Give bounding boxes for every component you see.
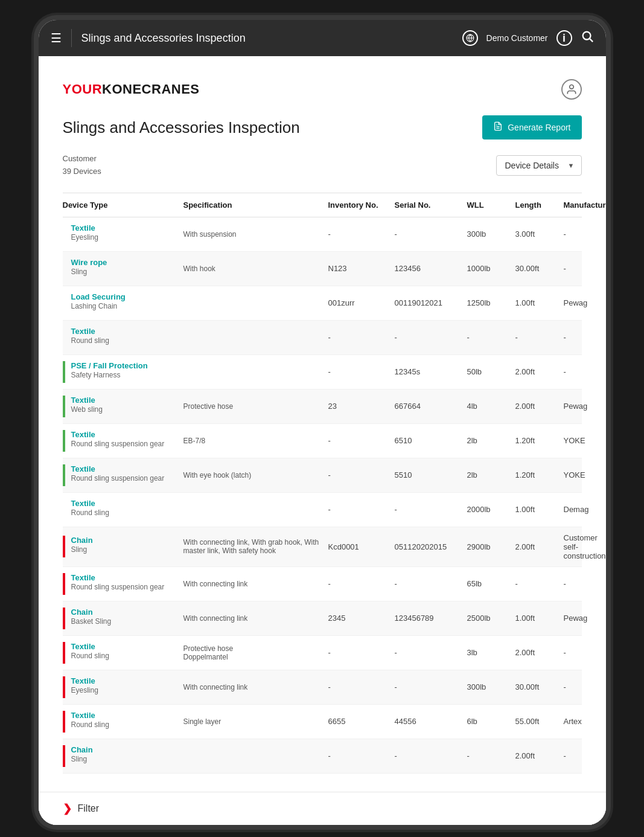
table-row[interactable]: Textile Round sling Protective hose Dopp… xyxy=(63,636,582,670)
info-icon[interactable]: i xyxy=(556,30,572,46)
generate-report-button[interactable]: Generate Report xyxy=(482,115,581,140)
wll-cell: 300lb xyxy=(467,682,515,691)
customer-label-text: Customer xyxy=(63,153,101,165)
device-type-cell: Textile Round sling suspension gear xyxy=(63,430,183,452)
device-subname: Sling xyxy=(71,545,88,554)
device-name-link[interactable]: Textile xyxy=(71,499,109,508)
manufacturer-cell: Pewag xyxy=(564,298,594,307)
table-row[interactable]: Chain Sling - - - 2.00ft - xyxy=(63,739,582,774)
device-name-link[interactable]: Textile xyxy=(71,223,98,232)
table-row[interactable]: PSE / Fall Protection Safety Harness - 1… xyxy=(63,355,582,390)
serial-cell: - xyxy=(395,229,467,239)
wll-cell: 2lb xyxy=(467,436,515,445)
device-subname: Eyesling xyxy=(71,233,98,242)
device-subname: Round sling suspension gear xyxy=(71,474,165,483)
nav-actions: Demo Customer i xyxy=(462,30,594,46)
wll-cell: 300lb xyxy=(467,229,515,239)
device-name-link[interactable]: Chain xyxy=(71,745,93,754)
avatar[interactable] xyxy=(561,79,582,100)
device-name-link[interactable]: Textile xyxy=(71,464,165,473)
filter-bar[interactable]: ❯ Filter xyxy=(39,792,606,825)
specification-cell: Protective hose Doppelmantel xyxy=(183,644,328,661)
table-row[interactable]: Textile Round sling - - 2000lb 1.00ft De… xyxy=(63,493,582,527)
customer-info: Customer 39 Devices xyxy=(63,153,101,178)
device-type-cell: Load Securing Lashing Chain xyxy=(63,292,183,314)
search-icon[interactable] xyxy=(581,30,594,46)
length-cell: 1.00ft xyxy=(515,505,564,514)
device-name-link[interactable]: Chain xyxy=(71,536,93,545)
status-bar xyxy=(63,745,65,767)
manufacturer-cell: YOKE xyxy=(564,470,591,479)
status-bar xyxy=(63,361,65,383)
serial-cell: 667664 xyxy=(395,402,467,411)
filter-label: Filter xyxy=(78,803,100,814)
status-bar xyxy=(63,292,65,314)
specification-cell: With connecting link, With grab hook, Wi… xyxy=(183,538,328,555)
device-details-dropdown-wrapper[interactable]: Device Details xyxy=(496,155,582,176)
device-type-cell: Chain Sling xyxy=(63,536,183,557)
status-bar xyxy=(63,642,65,664)
device-name-link[interactable]: Textile xyxy=(71,573,165,582)
device-name-group: Textile Round sling suspension gear xyxy=(71,573,165,595)
table-row[interactable]: Textile Web sling Protective hose 23 667… xyxy=(63,390,582,424)
serial-cell: 44556 xyxy=(395,717,467,726)
logo-row: YOURKONECRANES xyxy=(63,68,582,106)
col-device-type: Device Type xyxy=(63,200,183,210)
device-type-cell: Textile Round sling xyxy=(63,499,183,521)
table-row[interactable]: Textile Round sling suspension gear EB-7… xyxy=(63,424,582,458)
device-name-group: Textile Round sling xyxy=(71,642,109,664)
device-name-link[interactable]: Wire rope xyxy=(71,258,107,267)
device-type-cell: Textile Eyesling xyxy=(63,676,183,698)
inventory-cell: - xyxy=(328,333,395,342)
nav-title: Slings and Accessories Inspection xyxy=(81,32,453,45)
inventory-cell: 001zurr xyxy=(328,298,395,307)
wll-cell: 2lb xyxy=(467,470,515,479)
device-type-cell: Textile Round sling suspension gear xyxy=(63,573,183,595)
status-bar xyxy=(63,430,65,452)
device-name-link[interactable]: Textile xyxy=(71,430,165,439)
device-name-link[interactable]: Chain xyxy=(71,608,112,617)
device-name-link[interactable]: Load Securing xyxy=(71,292,126,301)
customer-label: Demo Customer xyxy=(486,33,548,43)
serial-cell: 6510 xyxy=(395,436,467,445)
table-row[interactable]: Textile Round sling - - - - - xyxy=(63,321,582,355)
table-row[interactable]: Textile Eyesling With connecting link - … xyxy=(63,670,582,705)
device-subname: Round sling xyxy=(71,508,109,517)
hamburger-icon[interactable]: ☰ xyxy=(51,31,62,45)
table-header: Device Type Specification Inventory No. … xyxy=(63,193,582,217)
device-name-link[interactable]: Textile xyxy=(71,396,103,405)
device-subname: Lashing Chain xyxy=(71,302,118,310)
inventory-cell: - xyxy=(328,682,395,691)
wll-cell: 3lb xyxy=(467,648,515,657)
table-row[interactable]: Wire rope Sling With hook N123 123456 10… xyxy=(63,252,582,286)
serial-cell: 12345s xyxy=(395,367,467,376)
table-row[interactable]: Chain Sling With connecting link, With g… xyxy=(63,527,582,567)
manufacturer-cell: - xyxy=(564,333,582,342)
table-row[interactable]: Chain Basket Sling With connecting link … xyxy=(63,601,582,636)
table-row[interactable]: Textile Round sling suspension gear With… xyxy=(63,458,582,493)
table-row[interactable]: Textile Round sling Single layer 6655 44… xyxy=(63,705,582,739)
device-details-select[interactable]: Device Details xyxy=(496,155,582,176)
device-type-cell: Textile Round sling suspension gear xyxy=(63,464,183,486)
length-cell: 3.00ft xyxy=(515,229,564,239)
serial-cell: 00119012021 xyxy=(395,298,467,307)
device-name-link[interactable]: Textile xyxy=(71,711,109,720)
device-name-group: Chain Sling xyxy=(71,745,93,767)
table-row[interactable]: Textile Round sling suspension gear With… xyxy=(63,567,582,601)
device-type-cell: Textile Round sling xyxy=(63,642,183,664)
length-cell: 1.00ft xyxy=(515,614,564,623)
serial-cell: - xyxy=(395,682,467,691)
filter-chevron-icon: ❯ xyxy=(63,802,72,815)
customer-row: Customer 39 Devices Device Details xyxy=(63,148,582,188)
device-name-link[interactable]: Textile xyxy=(71,642,109,651)
table-row[interactable]: Textile Eyesling With suspension - - 300… xyxy=(63,217,582,252)
device-name-link[interactable]: PSE / Fall Protection xyxy=(71,361,148,370)
device-name-link[interactable]: Textile xyxy=(71,676,98,685)
table-row[interactable]: Load Securing Lashing Chain 001zurr 0011… xyxy=(63,286,582,321)
length-cell: 30.00ft xyxy=(515,682,564,691)
status-bar xyxy=(63,608,65,629)
device-type-cell: Chain Basket Sling xyxy=(63,608,183,629)
manufacturer-cell: - xyxy=(564,229,582,239)
device-type-cell: Textile Eyesling xyxy=(63,223,183,245)
device-name-link[interactable]: Textile xyxy=(71,327,109,336)
